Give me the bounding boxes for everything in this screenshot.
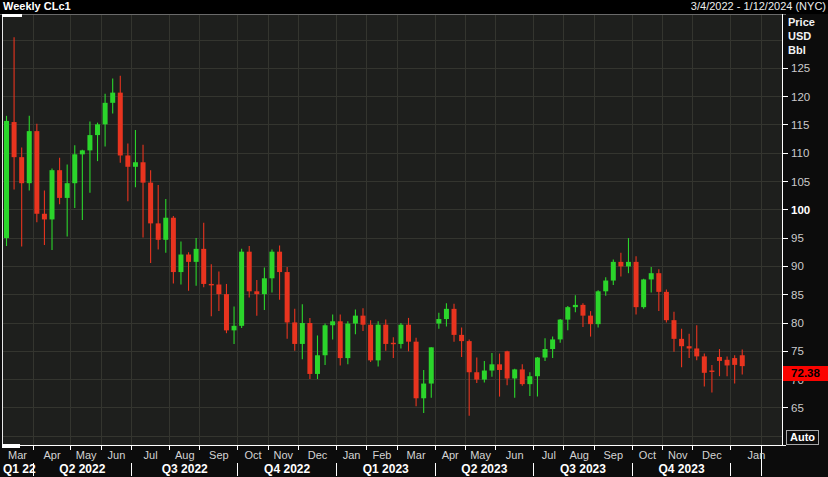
candle-body: [656, 273, 661, 292]
quarter-label: Q1 2023: [363, 462, 409, 476]
candle-body: [315, 355, 320, 374]
candle-body: [72, 154, 77, 183]
price-tick-label: 105: [791, 176, 810, 188]
candle-body: [497, 364, 502, 370]
month-label: Oct: [244, 449, 261, 461]
month-label: Apr: [43, 449, 60, 461]
candle-body: [611, 262, 616, 281]
price-tick-label: 65: [791, 402, 804, 414]
candle-body: [330, 321, 335, 325]
candle-body: [452, 309, 457, 335]
candle-body: [156, 223, 161, 239]
unit-line-price: Price: [788, 15, 815, 29]
candle-body: [702, 356, 707, 372]
candle-body: [489, 364, 494, 370]
candle-body: [732, 358, 737, 365]
candle-body: [725, 360, 730, 366]
candle-body: [338, 321, 343, 358]
quarter-label: Q2 2023: [461, 462, 507, 476]
candle-body: [360, 316, 365, 325]
candle: [4, 116, 9, 246]
scroll-handle-bottom[interactable]: [2, 444, 20, 448]
candle-body: [141, 162, 146, 182]
candle-body: [80, 150, 85, 154]
plot-area[interactable]: [2, 14, 782, 445]
candle-body: [247, 252, 252, 292]
month-label: Oct: [639, 449, 656, 461]
candle-body: [482, 371, 487, 380]
month-label: Feb: [372, 449, 391, 461]
candle-body: [262, 278, 267, 294]
month-label: Sep: [604, 449, 624, 461]
candle-body: [95, 124, 100, 135]
price-chart-canvas[interactable]: 12512011511010510095908580757065MarAprMa…: [0, 0, 828, 477]
quarter-label: Q2 2022: [59, 462, 105, 476]
candle-body: [383, 325, 388, 344]
price-tick-label: 90: [791, 260, 804, 272]
month-label: Dec: [308, 449, 328, 461]
candle-body: [603, 281, 608, 292]
candle-body: [239, 252, 244, 326]
candle-body: [57, 170, 62, 198]
candle-body: [65, 183, 70, 198]
candle-body: [163, 218, 168, 240]
candle: [338, 315, 343, 366]
candle-body: [398, 325, 403, 344]
month-label: May: [470, 449, 491, 461]
candle-body: [444, 309, 449, 319]
candle-body: [50, 170, 55, 219]
candle-body: [323, 325, 328, 355]
candle-body: [171, 218, 176, 272]
candle-body: [391, 343, 396, 344]
candle-body: [345, 324, 350, 359]
price-tick-label: 75: [791, 345, 804, 357]
candle: [247, 246, 252, 298]
month-label: Aug: [175, 449, 195, 461]
month-label: Mar: [407, 449, 426, 461]
zoom-handle-top[interactable]: [2, 14, 22, 17]
candle-body: [459, 335, 464, 341]
candle-body: [474, 372, 479, 379]
candle-body: [148, 183, 153, 224]
candle-body: [505, 351, 510, 378]
candle-body: [467, 341, 472, 372]
month-label: Jan: [748, 449, 766, 461]
candle: [376, 321, 381, 366]
candle-body: [641, 279, 646, 307]
candle-body: [626, 262, 631, 267]
candle-body: [740, 355, 745, 366]
candle-body: [618, 262, 623, 267]
month-label: Jun: [108, 449, 126, 461]
candle-body: [292, 322, 297, 344]
chart-window: Weekly CLc1 3/4/2022 - 1/12/2024 (NYC) 1…: [0, 0, 828, 477]
price-tick-label: 100: [791, 204, 810, 216]
candle-body: [27, 131, 32, 183]
month-label: Aug: [569, 449, 589, 461]
auto-scale-button[interactable]: Auto: [786, 430, 819, 445]
month-label: Nov: [274, 449, 294, 461]
candle-body: [520, 369, 525, 384]
month-label: Jun: [506, 449, 524, 461]
candle-body: [429, 347, 434, 383]
month-label: Sep: [209, 449, 229, 461]
y-axis-unit-label: Price USD Bbl: [788, 15, 815, 57]
candle-body: [694, 348, 699, 356]
candle-body: [368, 325, 373, 361]
price-tick-label: 125: [791, 62, 810, 74]
candle-body: [550, 339, 555, 349]
candle-body: [535, 358, 540, 377]
candle-body: [19, 157, 24, 183]
unit-line-bbl: Bbl: [788, 43, 815, 57]
price-tick-label: 120: [791, 91, 810, 103]
candle-body: [414, 342, 419, 399]
candle-body: [671, 320, 676, 339]
candle-body: [406, 325, 411, 342]
candle: [307, 318, 312, 379]
candle-body: [649, 273, 654, 279]
month-label: Mar: [8, 449, 27, 461]
candle-body: [34, 131, 39, 214]
candle-body: [573, 305, 578, 307]
month-label: Jul: [144, 449, 158, 461]
candle-body: [216, 285, 221, 295]
last-price-badge: 72.38: [783, 366, 828, 381]
